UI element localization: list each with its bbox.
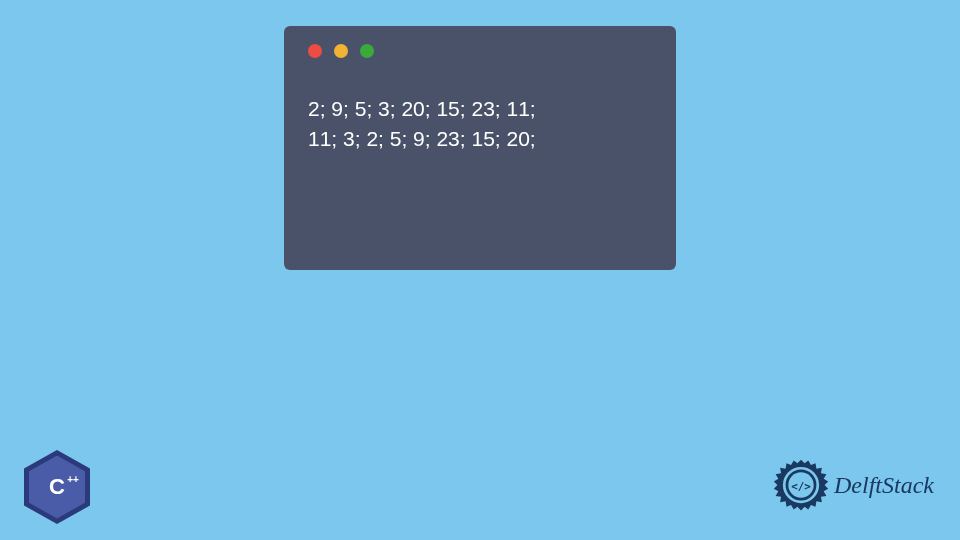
gear-icon: </>: [772, 456, 830, 514]
maximize-icon[interactable]: [360, 44, 374, 58]
cpp-letter: C: [49, 474, 65, 499]
terminal-window: 2; 9; 5; 3; 20; 15; 23; 11; 11; 3; 2; 5;…: [284, 26, 676, 270]
cpp-plus: ++: [67, 476, 79, 484]
output-line-2: 11; 3; 2; 5; 9; 23; 15; 20;: [308, 124, 652, 154]
minimize-icon[interactable]: [334, 44, 348, 58]
brand-name: DelftStack: [834, 472, 934, 499]
delftstack-brand: </> DelftStack: [772, 456, 934, 514]
code-symbol: </>: [791, 480, 811, 493]
terminal-output: 2; 9; 5; 3; 20; 15; 23; 11; 11; 3; 2; 5;…: [308, 94, 652, 155]
close-icon[interactable]: [308, 44, 322, 58]
window-controls: [308, 44, 652, 58]
cpp-logo-icon: C ++: [24, 450, 90, 524]
output-line-1: 2; 9; 5; 3; 20; 15; 23; 11;: [308, 94, 652, 124]
